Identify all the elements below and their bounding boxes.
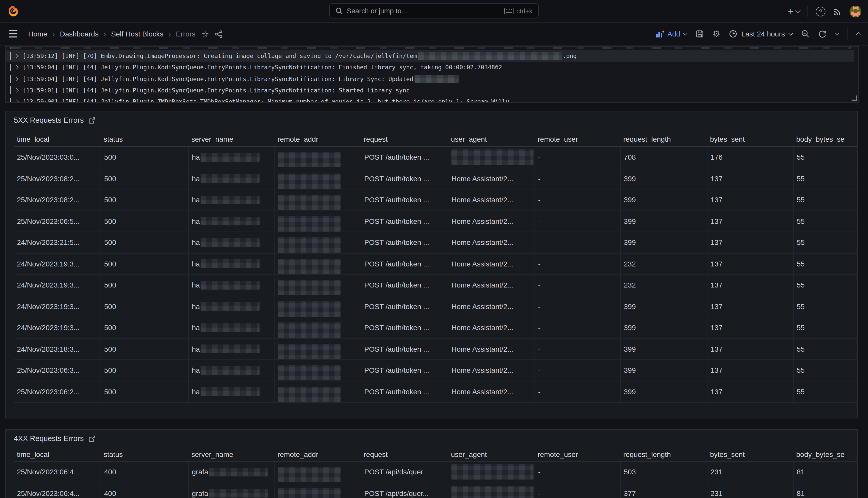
breadcrumb: Home›Dashboards›Self Host Blocks›Errors [28,30,195,38]
collapse-toolbar-button[interactable] [856,32,862,38]
cell-remote-addr [274,253,361,274]
column-header-server_name[interactable]: server_name [188,135,274,143]
column-header-request_length[interactable]: request_length [620,450,707,458]
clipped-log-line [10,47,851,49]
log-row[interactable]: [13:59:01] [INF] [44] Jellyfin.Plugin.Ko… [6,85,854,96]
refresh-interval-dropdown[interactable] [835,30,840,36]
column-header-user_agent[interactable]: user_agent [448,450,534,458]
redacted-remote-addr [278,259,341,274]
table-row: 24/Nov/2023:21:5...500haPOST /auth/token… [14,232,857,253]
cell-user-agent: Home Assistant/2... [448,317,534,338]
cell-status: 500 [100,381,188,402]
dashboard-settings-button[interactable]: ⚙ [713,28,720,39]
add-panel-button[interactable]: Add [656,30,687,38]
cell-bytes-sent: 137 [707,253,793,274]
column-header-remote_addr[interactable]: remote_addr [274,135,361,143]
cell-time-local: 24/Nov/2023:19:3... [14,296,100,317]
cell-status: 500 [100,189,188,210]
column-header-status[interactable]: status [100,135,188,143]
cell-request-length: 399 [620,339,707,359]
log-text: [13:59:04] [INF] [44] Jellyfin.Plugin.Ko… [23,75,413,82]
redacted-server-name [200,302,259,311]
cell-remote-user: - [534,339,620,359]
column-header-request_length[interactable]: request_length [620,135,707,143]
cell-status: 500 [100,211,188,232]
cell-time-local: 24/Nov/2023:19:3... [14,317,100,338]
column-header-time_local[interactable]: time_local [14,135,100,143]
zoom-out-button[interactable] [801,30,810,38]
add-chart-icon [656,30,664,38]
new-menu-button[interactable]: + [788,6,800,16]
news-rss-button[interactable] [833,7,842,16]
column-header-body_bytes_se[interactable]: body_bytes_se [793,450,858,458]
log-level-bar [10,64,11,71]
log-row[interactable]: [13:59:00] [INF] [44] Jellyfin.Plugin.TM… [6,96,854,103]
breadcrumb-item-home[interactable]: Home [28,30,48,38]
panel-resize-handle[interactable] [852,95,857,101]
table-body[interactable]: 25/Nov/2023:06:4...400grafaPOST /api/ds/… [14,461,857,498]
panel-title[interactable]: 5XX Requests Errors [14,116,84,124]
redacted-user-agent [451,486,533,498]
log-row[interactable]: [13:59:04] [INF] [44] Jellyfin.Plugin.Ko… [6,73,854,85]
cell-server-name: ha [188,381,274,402]
cell-body-bytes-sent: 81 [793,483,858,498]
column-header-remote_addr[interactable]: remote_addr [274,450,361,458]
column-header-status[interactable]: status [100,450,188,458]
grafana-app: Search or jump to... ctrl+k + ? [0,0,868,498]
column-header-bytes_sent[interactable]: bytes_sent [707,135,793,143]
cell-user-agent: Home Assistant/2... [448,360,534,381]
cell-time-local: 24/Nov/2023:18:3... [14,339,100,359]
cell-remote-user: - [534,168,620,189]
jellyfin-logs-panel[interactable]: [13:59:12] [INF] [70] Emby.Drawing.Image… [5,46,859,103]
expand-chevron-icon[interactable] [14,54,19,58]
cell-server-name: ha [188,232,274,253]
grafana-logo-icon[interactable] [7,4,20,18]
expand-chevron-icon[interactable] [14,88,19,92]
expand-chevron-icon[interactable] [14,77,19,81]
external-link-icon[interactable] [89,435,95,442]
favorite-star-button[interactable]: ☆ [202,29,209,39]
search-input[interactable]: Search or jump to... ctrl+k [329,3,539,18]
log-row[interactable]: [13:59:12] [INF] [70] Emby.Drawing.Image… [6,50,854,62]
cell-request: POST /auth/token ... [361,168,448,189]
menu-toggle-button[interactable] [7,29,19,39]
cell-time-local: 25/Nov/2023:06:4... [14,483,100,498]
column-header-remote_user[interactable]: remote_user [534,135,620,143]
cell-request-length: 399 [620,381,707,402]
save-dashboard-button[interactable] [696,30,704,38]
breadcrumb-item-dashboards[interactable]: Dashboards [60,30,98,38]
breadcrumb-item-self-host-blocks[interactable]: Self Host Blocks [111,30,163,38]
cell-remote-addr [274,339,361,359]
chevron-down-icon [682,30,688,36]
cell-server-name: ha [188,189,274,210]
column-header-user_agent[interactable]: user_agent [448,135,534,143]
breadcrumb-item-errors: Errors [176,30,195,38]
cell-remote-user: - [534,232,620,253]
share-button[interactable] [215,30,223,38]
help-button[interactable]: ? [816,6,825,16]
redacted-user-agent [451,150,533,165]
panel-title[interactable]: 4XX Requests Errors [14,434,84,443]
column-header-request[interactable]: request [361,450,448,458]
avatar[interactable] [850,5,861,17]
refresh-button[interactable] [818,30,826,38]
expand-chevron-icon[interactable] [14,65,19,69]
column-header-request[interactable]: request [361,135,448,143]
table-body[interactable]: 25/Nov/2023:03:0...500haPOST /auth/token… [14,147,857,403]
column-header-remote_user[interactable]: remote_user [534,450,620,458]
column-header-time_local[interactable]: time_local [14,450,100,458]
table-row: 25/Nov/2023:06:4...400grafaPOST /api/ds/… [14,483,857,498]
column-header-bytes_sent[interactable]: bytes_sent [707,450,793,458]
cell-body-bytes-sent: 55 [793,296,858,317]
cell-remote-user: - [534,253,620,274]
cell-server-name: ha [188,296,274,317]
column-header-body_bytes_se[interactable]: body_bytes_se [793,135,858,143]
nav-right-actions: + ? [788,0,861,23]
time-range-picker[interactable]: Last 24 hours [729,30,792,38]
expand-chevron-icon[interactable] [14,100,19,103]
column-header-server_name[interactable]: server_name [188,450,274,458]
external-link-icon[interactable] [89,117,95,123]
table-row: 25/Nov/2023:06:4...400grafaPOST /api/ds/… [14,461,857,483]
log-row[interactable]: [13:59:04] [INF] [44] Jellyfin.Plugin.Ko… [6,62,854,74]
cell-bytes-sent: 176 [707,147,793,168]
